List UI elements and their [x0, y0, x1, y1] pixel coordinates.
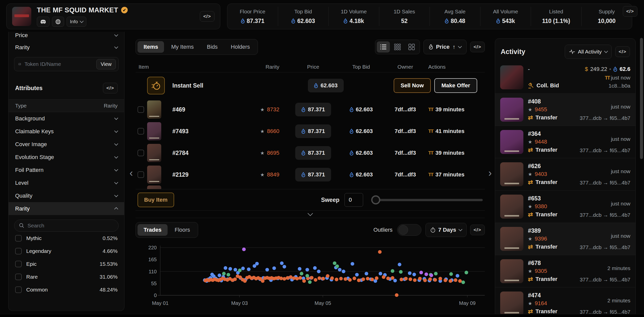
small-grid-view-button[interactable] — [391, 41, 404, 52]
checkbox[interactable] — [15, 235, 22, 242]
item-row-7493[interactable]: #7493 ★8660 87.371 62.603 7df...df3 TT41… — [136, 120, 485, 142]
chart-point-trades-blue[interactable] — [241, 267, 245, 270]
activity-row-408[interactable]: #408 ★9455 ⇄Transfer just now 377...dcb … — [495, 93, 635, 126]
chart-point-trades-orange[interactable] — [317, 276, 321, 280]
chart-point-trades-orange[interactable] — [378, 250, 382, 254]
item-owner[interactable]: 7df...df3 — [384, 128, 427, 135]
chart-point-trades-orange[interactable] — [261, 279, 264, 283]
activity-thumbnail[interactable] — [500, 98, 523, 122]
chart-point-trades-purple[interactable] — [419, 271, 423, 274]
chart-point-trades-orange[interactable] — [344, 277, 347, 281]
activity-to-address[interactable]: f65...4b7 — [610, 244, 630, 250]
attribute-quality[interactable]: Quality — [9, 189, 124, 202]
discord-button[interactable] — [37, 17, 49, 27]
chart-point-trades-blue[interactable] — [224, 266, 227, 270]
instant-sell-button[interactable] — [147, 77, 165, 94]
chart-point-trades-blue[interactable] — [305, 268, 309, 271]
checkbox[interactable] — [15, 261, 22, 267]
chart-point-trades-blue[interactable] — [317, 270, 320, 273]
attribute-rarity-expanded[interactable]: Rarity — [9, 202, 124, 215]
chart-point-trades-blue[interactable] — [398, 263, 401, 266]
activity-thumbnail[interactable] — [500, 292, 523, 315]
chart-point-trades-purple[interactable] — [430, 274, 433, 277]
stats-embed-code-button[interactable]: </> — [623, 6, 637, 17]
activity-row-626[interactable]: #626 ★9403 ⇄Transfer just now 377...dcb … — [495, 158, 635, 190]
chart-point-trades-orange[interactable] — [458, 279, 462, 283]
item-checkbox[interactable] — [138, 128, 144, 135]
activity-thumbnail[interactable] — [500, 65, 523, 89]
chart-point-trades-blue[interactable] — [313, 266, 317, 270]
chart-point-trades-blue[interactable] — [233, 268, 237, 271]
chart-point-trades-orange[interactable] — [433, 278, 437, 282]
chart-point-trades-green[interactable] — [465, 271, 468, 274]
activity-row-389[interactable]: #389 ★9396 ⇄Transfer just now 377...dcb … — [495, 223, 635, 255]
chart-point-trades-orange[interactable] — [321, 277, 325, 280]
chart-point-trades-green[interactable] — [227, 273, 230, 276]
sweep-slider[interactable] — [372, 199, 483, 201]
activity-to-address[interactable]: f65...4b7 — [610, 115, 630, 121]
chart-point-trades-orange[interactable] — [382, 275, 385, 279]
activity-row-653[interactable]: #653 ★9380 ⇄Transfer just now 377...dcb … — [495, 190, 635, 223]
chart-point-trades-orange[interactable] — [353, 277, 356, 280]
chart-point-trades-orange[interactable] — [409, 277, 412, 281]
large-grid-view-button[interactable] — [405, 41, 418, 52]
attribute-foil-pattern[interactable]: Foil Pattern — [9, 164, 124, 176]
chart-point-trades-orange[interactable] — [386, 277, 390, 280]
chart-point-trades-orange[interactable] — [289, 275, 292, 279]
chart-point-trades-orange[interactable] — [423, 279, 427, 282]
item-thumbnail[interactable] — [147, 100, 161, 119]
make-offer-button[interactable]: Make Offer — [434, 78, 477, 93]
list-view-button[interactable] — [377, 41, 390, 52]
item-checkbox[interactable] — [138, 171, 144, 178]
chart-point-trades-orange[interactable] — [299, 276, 302, 280]
sweep-slider-handle[interactable] — [371, 195, 380, 204]
chart-point-trades-green[interactable] — [449, 272, 453, 276]
chart-point-trades-blue[interactable] — [255, 262, 259, 265]
rarity-option-common[interactable]: Common 48.24% — [9, 283, 124, 296]
activity-thumbnail[interactable] — [500, 259, 523, 283]
tab-holders[interactable]: Holders — [225, 41, 256, 53]
chart-point-trades-orange[interactable] — [279, 277, 283, 280]
chart-point-trades-orange[interactable] — [302, 279, 306, 283]
chart-point-trades-blue[interactable] — [456, 274, 459, 278]
chart-point-trades-green[interactable] — [300, 272, 303, 275]
chart-point-trades-green[interactable] — [335, 265, 339, 268]
chart-point-trades-orange[interactable] — [449, 279, 452, 283]
sell-now-button[interactable]: Sell Now — [394, 78, 431, 93]
chart-point-trades-orange[interactable] — [395, 293, 398, 297]
activity-to-address[interactable]: f65...4b7 — [610, 277, 630, 282]
chart-point-trades-blue[interactable] — [408, 271, 411, 275]
chart-point-trades-orange[interactable] — [314, 278, 317, 282]
chart-point-trades-blue[interactable] — [351, 262, 354, 266]
attribute-evolution-stage[interactable]: Evolution Stage — [9, 151, 124, 164]
activity-row-678[interactable]: #678 ★9305 ⇄Transfer 2 minutes 377...dcb… — [495, 255, 635, 287]
chart-point-trades-blue[interactable] — [272, 266, 276, 270]
chart-point-trades-orange[interactable] — [391, 276, 394, 280]
collection-logo[interactable] — [12, 7, 31, 26]
item-checkbox[interactable] — [138, 150, 144, 156]
chart-point-trades-green[interactable] — [222, 272, 226, 275]
chart-point-trades-green[interactable] — [333, 261, 336, 265]
activity-filter-dropdown[interactable]: All Activity — [565, 45, 612, 59]
chart-point-trades-blue[interactable] — [342, 270, 345, 273]
attribute-claimable-keys[interactable]: Claimable Keys — [9, 125, 124, 138]
activity-from-address[interactable]: 377...dcb — [580, 115, 601, 121]
rarity-option-legendary[interactable]: Legendary 4.66% — [9, 245, 124, 257]
chart-point-trades-blue[interactable] — [283, 265, 286, 268]
item-row-469[interactable]: #469 ★8732 87.371 62.603 7df...df3 TT39 … — [136, 99, 485, 120]
filter-price[interactable]: Price — [9, 32, 124, 41]
chart-point-trades-orange[interactable] — [375, 276, 378, 280]
rarity-search-input[interactable] — [28, 223, 114, 229]
chart-point-trades-orange[interactable] — [310, 276, 313, 279]
chart-point-trades-green[interactable] — [308, 280, 312, 284]
collapse-activity-chevron[interactable]: › — [486, 169, 494, 177]
rarity-option-mythic[interactable]: Mythic 0.52% — [9, 232, 124, 245]
rarity-option-rare[interactable]: Rare 31.06% — [9, 270, 124, 283]
tab-items[interactable]: Items — [138, 41, 164, 53]
chart-point-trades-blue[interactable] — [393, 279, 397, 282]
activity-thumbnail[interactable] — [500, 130, 523, 154]
chart-tab-trades[interactable]: Trades — [138, 224, 168, 236]
chart-point-trades-blue[interactable] — [338, 268, 341, 271]
chart-point-trades-purple[interactable] — [242, 248, 246, 251]
chart-point-trades-blue[interactable] — [379, 272, 382, 275]
